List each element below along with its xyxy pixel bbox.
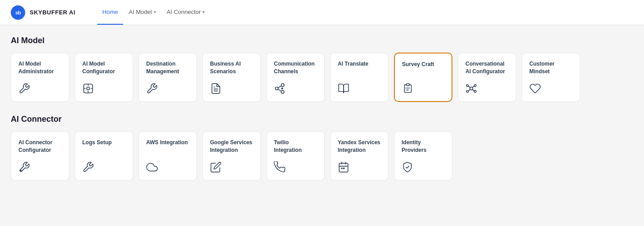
svg-point-10 bbox=[281, 90, 284, 93]
channels-icon bbox=[274, 83, 317, 94]
app-header: sb SKYBUFFER AI Home AI Model ▾ AI Conne… bbox=[0, 0, 644, 25]
card-ai-model-configurator[interactable]: AI Model Configurator bbox=[75, 53, 133, 102]
card-label: AI Model Administrator bbox=[18, 60, 62, 75]
svg-point-9 bbox=[275, 87, 278, 90]
survey-icon bbox=[402, 82, 444, 94]
card-label: AI Model Configurator bbox=[82, 60, 125, 75]
nav-ai-connector[interactable]: AI Connector ▾ bbox=[161, 0, 210, 25]
card-label: Yandex Services Integration bbox=[338, 139, 381, 154]
card-communication-channels[interactable]: Communication Channels bbox=[266, 53, 325, 102]
card-label: Communication Channels bbox=[274, 60, 317, 75]
cloud-icon bbox=[146, 161, 189, 173]
card-label: Identity Providers bbox=[402, 139, 445, 154]
svg-line-11 bbox=[278, 89, 281, 91]
svg-point-8 bbox=[281, 84, 284, 87]
svg-line-23 bbox=[469, 86, 470, 88]
main-content: AI Model AI Model Administrator AI Model… bbox=[0, 25, 644, 204]
card-logs-setup[interactable]: Logs Setup bbox=[75, 131, 133, 181]
svg-line-12 bbox=[278, 86, 281, 88]
card-customer-mindset[interactable]: Customer Mindset bbox=[522, 53, 580, 102]
svg-line-25 bbox=[469, 89, 470, 91]
svg-point-27 bbox=[20, 170, 22, 171]
ai-model-cards: AI Model Administrator AI Model Configur… bbox=[11, 53, 633, 102]
chevron-down-icon: ▾ bbox=[154, 9, 156, 14]
logo-name: SKYBUFFER AI bbox=[30, 9, 76, 16]
heart-icon bbox=[529, 83, 572, 94]
svg-rect-14 bbox=[407, 84, 410, 85]
card-destination-management[interactable]: Destination Management bbox=[139, 53, 197, 102]
svg-point-13 bbox=[281, 88, 283, 89]
card-ai-connector-configurator[interactable]: AI Connector Configurator bbox=[11, 131, 69, 181]
card-twilio-integration[interactable]: Twilio Integration bbox=[266, 131, 325, 181]
card-ai-translate[interactable]: AI Translate bbox=[330, 53, 389, 102]
book-icon bbox=[338, 83, 381, 94]
card-label: Logs Setup bbox=[82, 139, 125, 146]
main-nav: Home AI Model ▾ AI Connector ▾ bbox=[97, 0, 210, 25]
connector-icon bbox=[18, 161, 62, 173]
wrench-icon bbox=[18, 83, 62, 94]
card-label: AI Connector Configurator bbox=[18, 139, 62, 154]
card-identity-providers[interactable]: Identity Providers bbox=[394, 131, 452, 181]
logo-icon: sb bbox=[11, 5, 25, 20]
logs-icon bbox=[82, 161, 125, 173]
shield-icon bbox=[402, 161, 445, 173]
nav-home[interactable]: Home bbox=[97, 0, 124, 25]
card-business-ai-scenarios[interactable]: Business AI Scenarios bbox=[202, 53, 261, 102]
document-icon bbox=[210, 83, 253, 94]
nav-ai-model[interactable]: AI Model ▾ bbox=[123, 0, 161, 25]
svg-line-26 bbox=[472, 89, 474, 91]
ai-model-section-title: AI Model bbox=[11, 36, 633, 45]
svg-line-24 bbox=[472, 86, 474, 88]
card-label: Twilio Integration bbox=[274, 139, 317, 154]
ai-connector-section-title: AI Connector bbox=[11, 115, 633, 124]
nodes-icon bbox=[465, 83, 509, 94]
card-label: AWS Integration bbox=[146, 139, 189, 146]
svg-rect-32 bbox=[341, 168, 343, 169]
card-label: AI Translate bbox=[338, 60, 381, 68]
card-aws-integration[interactable]: AWS Integration bbox=[139, 131, 197, 181]
settings-icon bbox=[82, 83, 125, 94]
card-yandex-services-integration[interactable]: Yandex Services Integration bbox=[330, 131, 389, 181]
card-ai-model-administrator[interactable]: AI Model Administrator bbox=[11, 53, 69, 102]
card-label: Conversational AI Configurator bbox=[465, 60, 509, 75]
svg-point-1 bbox=[87, 87, 90, 90]
calendar-icon bbox=[338, 161, 381, 173]
card-conversational-ai-configurator[interactable]: Conversational AI Configurator bbox=[458, 53, 516, 102]
phone-icon bbox=[274, 161, 317, 173]
destination-icon bbox=[146, 83, 189, 94]
ai-connector-cards: AI Connector Configurator Logs Setup AWS… bbox=[11, 131, 633, 181]
card-label: Business AI Scenarios bbox=[210, 60, 253, 75]
card-label: Google Services Integration bbox=[210, 139, 253, 154]
chevron-down-icon: ▾ bbox=[202, 9, 205, 14]
card-google-services-integration[interactable]: Google Services Integration bbox=[202, 131, 261, 181]
card-survey-craft[interactable]: Survey Craft bbox=[394, 53, 452, 102]
card-label: Survey Craft bbox=[402, 61, 444, 68]
card-label: Customer Mindset bbox=[529, 60, 572, 75]
pencil-icon bbox=[210, 161, 253, 173]
svg-rect-33 bbox=[343, 168, 344, 169]
logo: sb SKYBUFFER AI bbox=[11, 5, 76, 20]
card-label: Destination Management bbox=[146, 60, 189, 75]
